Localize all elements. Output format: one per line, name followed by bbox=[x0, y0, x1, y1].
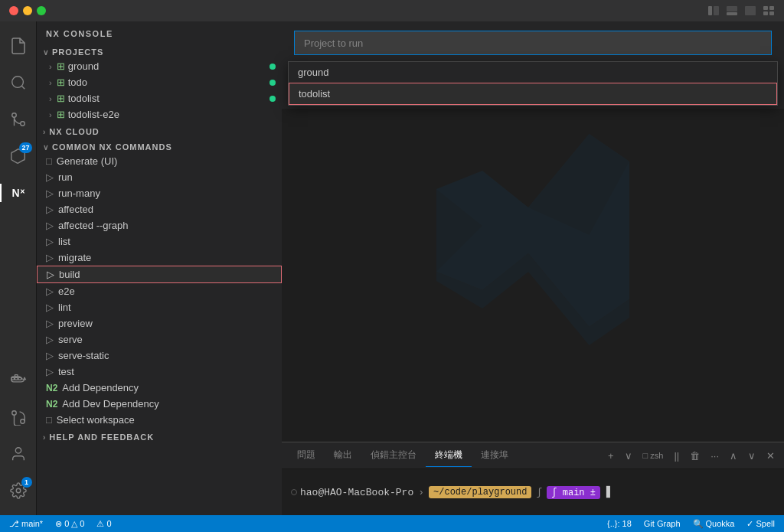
layout-full-icon[interactable] bbox=[744, 5, 756, 17]
extensions-icon[interactable]: 27 bbox=[0, 138, 37, 175]
new-terminal-button[interactable]: + bbox=[605, 449, 617, 463]
todo-chevron: › bbox=[49, 78, 52, 87]
svg-line-10 bbox=[21, 86, 24, 89]
cmd-run[interactable]: ▷ run bbox=[37, 169, 282, 185]
cmd-e2e[interactable]: ▷ e2e bbox=[37, 283, 282, 299]
cmd-lint[interactable]: ▷ lint bbox=[37, 299, 282, 315]
cmd-generate[interactable]: □ Generate (UI) bbox=[37, 153, 282, 169]
todolist-label: todolist bbox=[68, 93, 100, 104]
add-dev-dep-label: Add Dev Dependency bbox=[62, 398, 158, 410]
tab-output[interactable]: 輸出 bbox=[325, 444, 361, 467]
account-icon[interactable] bbox=[0, 436, 37, 472]
e2e-label: e2e bbox=[58, 286, 75, 297]
preview-label: preview bbox=[58, 318, 93, 329]
tab-debug-console[interactable]: 偵錯主控台 bbox=[361, 444, 426, 467]
warning-count: 0 bbox=[80, 519, 84, 528]
cmd-test[interactable]: ▷ test bbox=[37, 364, 282, 380]
terminal-up-button[interactable]: ∧ bbox=[727, 449, 740, 463]
split-terminal-button[interactable]: ∨ bbox=[622, 449, 635, 463]
workspace-icon: □ bbox=[46, 414, 52, 426]
status-branch[interactable]: ⎇ main* bbox=[6, 519, 46, 529]
terminal-more-button[interactable]: ··· bbox=[707, 449, 722, 463]
title-bar-icons bbox=[707, 5, 775, 17]
docker-icon[interactable] bbox=[0, 362, 37, 399]
todolist-status bbox=[270, 96, 276, 102]
project-todolist[interactable]: › ⊞ todolist bbox=[37, 90, 282, 106]
tab-problems[interactable]: 問題 bbox=[288, 444, 325, 467]
terminal-down-button[interactable]: ∨ bbox=[745, 449, 759, 463]
common-commands-section[interactable]: ∨ COMMON NX COMMANDS bbox=[37, 138, 282, 153]
dropdown-item-todolist[interactable]: todolist bbox=[289, 83, 777, 105]
build-label: build bbox=[59, 269, 80, 280]
cmd-migrate[interactable]: ▷ migrate bbox=[37, 250, 282, 266]
terminal-user: hao@HAO-MacBook-Pro bbox=[300, 487, 413, 498]
layout-sidebar-icon[interactable] bbox=[707, 5, 720, 17]
todo-icon: ⊞ bbox=[57, 77, 65, 88]
search-icon[interactable] bbox=[0, 64, 37, 101]
terminal-path: ~/code/playground bbox=[429, 486, 531, 498]
close-button[interactable] bbox=[9, 6, 18, 15]
project-ground[interactable]: › ⊞ ground bbox=[37, 58, 282, 74]
status-errors[interactable]: ⊗ 0 △ 0 bbox=[52, 519, 87, 529]
serve-label: serve bbox=[58, 334, 83, 345]
cmd-affected[interactable]: ▷ affected bbox=[37, 201, 282, 217]
select-workspace-item[interactable]: □ Select workspace bbox=[37, 412, 282, 428]
terminal-trash-button[interactable]: 🗑 bbox=[687, 449, 703, 463]
cursor-position: {..}: 18 bbox=[607, 519, 632, 528]
cmd-list[interactable]: ▷ list bbox=[37, 233, 282, 250]
terminal-tabs: 問題 輸出 偵錯主控台 終端機 連接埠 + ∨ □ zsh || 🗑 ··· ∧… bbox=[282, 442, 784, 469]
settings-icon[interactable]: 1 bbox=[0, 472, 37, 509]
svg-rect-7 bbox=[763, 11, 768, 15]
cmd-serve-static[interactable]: ▷ serve-static bbox=[37, 348, 282, 364]
status-quokka[interactable]: 🔍 Quokka bbox=[690, 519, 738, 529]
status-info[interactable]: ⚠ 0 bbox=[93, 519, 114, 529]
status-cursor[interactable]: {..}: 18 bbox=[604, 519, 635, 528]
ground-chevron: › bbox=[49, 62, 52, 71]
cmd-affected-graph[interactable]: ▷ affected --graph bbox=[37, 217, 282, 233]
affected-graph-icon: ▷ bbox=[46, 220, 54, 231]
title-bar bbox=[0, 0, 784, 21]
terminal-cursor: ▋ bbox=[606, 486, 612, 498]
migrate-icon: ▷ bbox=[46, 252, 54, 263]
project-todolist-e2e[interactable]: › ⊞ todolist-e2e bbox=[37, 106, 282, 122]
tab-terminal[interactable]: 終端機 bbox=[426, 444, 472, 467]
svg-rect-1 bbox=[714, 6, 719, 15]
terminal-type-button[interactable]: □ zsh bbox=[640, 449, 667, 462]
project-search-bar[interactable] bbox=[294, 31, 772, 55]
layout-panel-icon[interactable] bbox=[726, 5, 738, 17]
nx-console-header: NX CONSOLE bbox=[37, 21, 282, 43]
cmd-preview[interactable]: ▷ preview bbox=[37, 315, 282, 331]
terminal-split-button[interactable]: || bbox=[671, 449, 682, 463]
add-dev-dep-item[interactable]: N2 Add Dev Dependency bbox=[37, 396, 282, 412]
cmd-serve[interactable]: ▷ serve bbox=[37, 331, 282, 348]
tab-ports[interactable]: 連接埠 bbox=[472, 444, 518, 467]
layout-grid-icon[interactable] bbox=[763, 5, 775, 17]
nx-cloud-section[interactable]: › NX CLOUD bbox=[37, 122, 282, 138]
projects-section[interactable]: ∨ PROJECTS bbox=[37, 43, 282, 58]
activity-bar: 27 Nˣ 1 bbox=[0, 21, 37, 515]
project-search-input[interactable] bbox=[304, 38, 762, 49]
terminal-close-button[interactable]: ✕ bbox=[763, 449, 778, 463]
help-section[interactable]: › HELP AND FEEDBACK bbox=[37, 428, 282, 443]
terminal-circle bbox=[291, 489, 297, 495]
cmd-build[interactable]: ▷ build bbox=[37, 266, 282, 283]
cmd-run-many[interactable]: ▷ run-many bbox=[37, 185, 282, 201]
maximize-button[interactable] bbox=[37, 6, 46, 15]
minimize-button[interactable] bbox=[23, 6, 32, 15]
ground-status bbox=[270, 64, 276, 70]
serve-static-icon: ▷ bbox=[46, 350, 54, 361]
status-spell[interactable]: ✓ Spell bbox=[743, 519, 778, 529]
dropdown-overlay: ground todolist bbox=[282, 21, 784, 109]
todolist-e2e-icon: ⊞ bbox=[57, 109, 65, 120]
lint-label: lint bbox=[58, 302, 71, 313]
nx-icon[interactable]: Nˣ bbox=[0, 175, 37, 211]
files-icon[interactable] bbox=[0, 28, 37, 64]
project-todo[interactable]: › ⊞ todo bbox=[37, 74, 282, 90]
git-icon[interactable] bbox=[0, 399, 37, 436]
source-control-icon[interactable] bbox=[0, 101, 37, 138]
add-dep-item[interactable]: N2 Add Dependency bbox=[37, 380, 282, 396]
status-git-graph[interactable]: Git Graph bbox=[641, 519, 684, 528]
dropdown-item-ground[interactable]: ground bbox=[289, 62, 777, 83]
serve-static-label: serve-static bbox=[58, 350, 109, 361]
svg-point-20 bbox=[16, 488, 21, 493]
